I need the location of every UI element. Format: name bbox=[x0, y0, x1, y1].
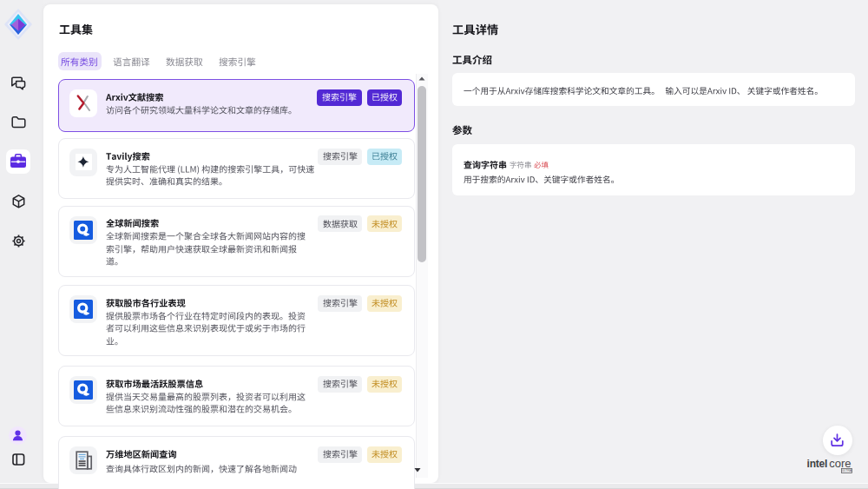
svg-text:ULTRA: ULTRA bbox=[841, 469, 852, 472]
